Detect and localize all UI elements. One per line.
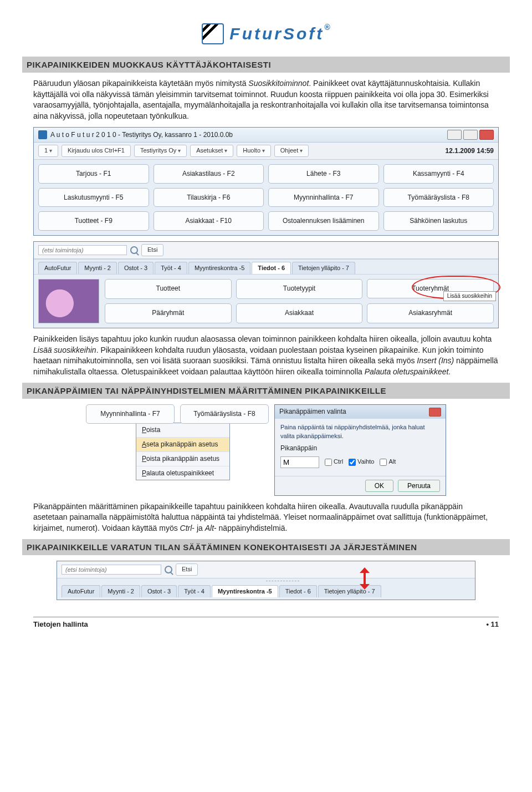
- paragraph-1: Pääruudun yläosan pikapainikkeista käyte…: [33, 78, 499, 121]
- menu-item-restore-defaults[interactable]: Palauta oletuspainikkeet: [136, 466, 229, 480]
- fav-button[interactable]: Myynninhallinta - F7: [86, 404, 175, 424]
- tab[interactable]: Myynti - 2: [101, 585, 140, 597]
- shift-checkbox[interactable]: Vaihto: [349, 458, 374, 466]
- fav-button[interactable]: Lähete - F3: [268, 164, 379, 184]
- screenshot-hotkey: Myynninhallinta - F7 Työmääräyslista - F…: [33, 404, 499, 495]
- logo: FuturSoft®: [33, 22, 499, 45]
- tab[interactable]: Myyntireskontra -5: [188, 262, 250, 274]
- fav-button[interactable]: Laskutusmyynti - F5: [38, 188, 149, 207]
- screenshot-resize-strip: Etsi AutoFutur Myynti - 2 Ostot - 3 Työt…: [57, 561, 475, 600]
- screenshot-main-window: A u t o F u t u r 2 0 1 0 - Testiyritys …: [33, 127, 499, 236]
- hotkey-input[interactable]: [280, 456, 319, 468]
- tab[interactable]: Ostot - 3: [118, 262, 154, 274]
- panel-button[interactable]: Asiakasryhmät: [367, 303, 494, 323]
- minimize-button[interactable]: [447, 130, 462, 140]
- panel-button[interactable]: Asiakkaat: [236, 303, 363, 323]
- tab[interactable]: Tietojen ylläpito - 7: [318, 585, 381, 597]
- fav-button[interactable]: Tilauskirja - F6: [154, 188, 264, 207]
- tab[interactable]: AutoFutur: [38, 262, 77, 274]
- search-input[interactable]: [38, 245, 127, 255]
- settings-button[interactable]: Asetukset: [190, 145, 233, 156]
- ctrl-checkbox[interactable]: Ctrl: [325, 458, 343, 466]
- heading-2: PIKANÄPPÄIMIEN TAI NÄPPÄINYHDISTELMIEN M…: [22, 383, 510, 399]
- fav-button[interactable]: Työmääräyslista - F8: [383, 188, 494, 207]
- fav-button[interactable]: Tuotteet - F9: [38, 211, 149, 231]
- fav-button[interactable]: Ostoalennuksen lisääminen: [268, 211, 379, 231]
- category-image: [38, 279, 99, 323]
- tab[interactable]: Ostot - 3: [141, 585, 177, 597]
- context-menu-item[interactable]: Lisää suosikkeihin: [443, 291, 496, 301]
- maximize-button[interactable]: [463, 130, 478, 140]
- menu-item-remove-hotkey[interactable]: Poista pikanäppäin asetus: [136, 452, 229, 466]
- company-dropdown[interactable]: Testiyritys Oy: [134, 145, 187, 156]
- fav-button[interactable]: Työmääräyslista - F8: [180, 404, 269, 424]
- resize-arrow-icon: [360, 571, 370, 590]
- tab[interactable]: Työt - 4: [155, 262, 187, 274]
- fav-button[interactable]: Kassamyynti - F4: [383, 164, 494, 184]
- tab[interactable]: Myynti - 2: [78, 262, 117, 274]
- search-input[interactable]: [62, 565, 161, 575]
- panel-button[interactable]: Pääryhmät: [105, 303, 232, 323]
- app-icon: [38, 130, 47, 139]
- logout-button[interactable]: Kirjaudu ulos Ctrl+F1: [62, 145, 131, 156]
- close-button[interactable]: [479, 130, 494, 140]
- search-button[interactable]: Etsi: [141, 244, 163, 256]
- help-button[interactable]: Ohjeet: [274, 145, 309, 156]
- menu-item-set-hotkey[interactable]: Aseta pikanäppäin asetus: [136, 438, 229, 452]
- dialog-hint: Paina näppäintä tai näppäinyhdistelmää, …: [280, 423, 440, 440]
- fav-button[interactable]: Sähköinen laskutus: [383, 211, 494, 231]
- logo-flag-icon: [202, 23, 224, 44]
- window-titlebar: A u t o F u t u r 2 0 1 0 - Testiyritys …: [34, 128, 498, 143]
- window-title: A u t o F u t u r 2 0 1 0 - Testiyritys …: [50, 130, 233, 140]
- fav-button[interactable]: Asiakastilaus - F2: [154, 164, 264, 184]
- alt-checkbox[interactable]: Alt: [380, 458, 396, 466]
- menu-item-remove[interactable]: Poista: [136, 423, 229, 438]
- search-icon: [165, 566, 172, 573]
- clock: 12.1.2009 14:59: [446, 146, 494, 156]
- dialog-title: Pikanäppäimen valinta: [279, 407, 346, 417]
- footer-left: Tietojen hallinta: [33, 620, 88, 629]
- panel-button[interactable]: Tuotteet: [105, 279, 232, 299]
- search-icon: [130, 246, 138, 254]
- hotkey-dialog: Pikanäppäimen valinta Paina näppäintä ta…: [274, 404, 446, 495]
- tab[interactable]: Työt - 4: [178, 585, 211, 597]
- hotkey-label: Pikanäppäin: [280, 444, 440, 453]
- heading-3: PIKAPAINIKKEILLE VARATUN TILAN SÄÄTÄMINE…: [22, 539, 510, 555]
- tab-active[interactable]: Myyntireskontra -5: [212, 585, 278, 597]
- session-dropdown[interactable]: 1: [38, 145, 58, 156]
- context-menu: Poista Aseta pikanäppäin asetus Poista p…: [136, 423, 230, 480]
- search-button[interactable]: Etsi: [176, 563, 198, 575]
- screenshot-lower-panel: Etsi AutoFutur Myynti - 2 Ostot - 3 Työt…: [33, 241, 499, 328]
- fav-button[interactable]: Tarjous - F1: [38, 164, 149, 184]
- logo-text: FuturSoft®: [229, 22, 330, 45]
- fav-button[interactable]: Myynninhallinta - F7: [268, 188, 379, 207]
- panel-button[interactable]: Tuotetyypit: [236, 279, 363, 299]
- fav-button[interactable]: Asiakkaat - F10: [154, 211, 264, 231]
- tab[interactable]: Tietojen ylläpito - 7: [292, 262, 355, 274]
- ok-button[interactable]: OK: [365, 480, 393, 492]
- paragraph-2: Painikkeiden lisäys tapahtuu joko kunkin…: [33, 334, 499, 377]
- paragraph-3: Pikanäppäinten määrittäminen pikapainikk…: [33, 501, 499, 534]
- tab-active[interactable]: Tiedot - 6: [252, 262, 291, 274]
- tab[interactable]: Tiedot - 6: [279, 585, 317, 597]
- top-toolbar: 1 Kirjaudu ulos Ctrl+F1 Testiyritys Oy A…: [34, 143, 498, 159]
- close-button[interactable]: [429, 408, 441, 417]
- page-footer: Tietojen hallinta • 11: [33, 617, 499, 629]
- footer-page: • 11: [486, 620, 499, 629]
- cancel-button[interactable]: Peruuta: [398, 480, 440, 492]
- maintenance-button[interactable]: Huolto: [237, 145, 271, 156]
- heading-1: PIKAPAINIKKEIDEN MUOKKAUS KÄYTTÄJÄKOHTAI…: [22, 57, 510, 73]
- tab[interactable]: AutoFutur: [62, 585, 100, 597]
